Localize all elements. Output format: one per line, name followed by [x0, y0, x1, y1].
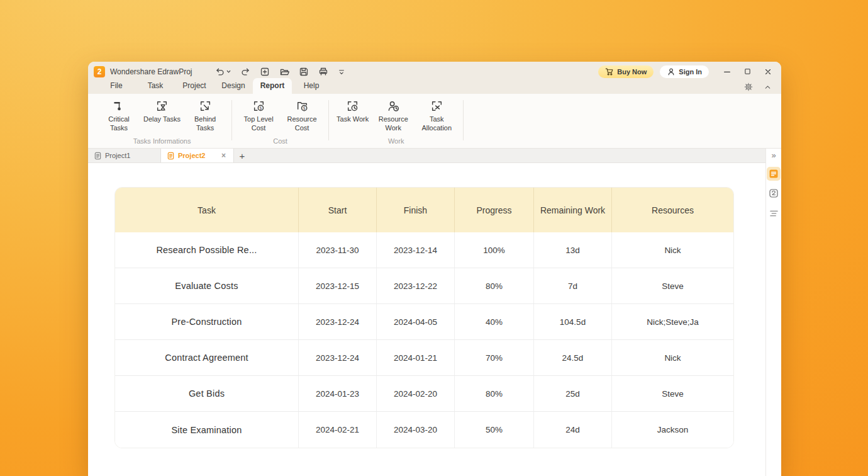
minimize-icon[interactable]	[723, 67, 732, 76]
behind-tasks-button[interactable]: Behind Tasks	[184, 98, 226, 134]
tab-project2[interactable]: Project2×	[161, 149, 234, 162]
table-row[interactable]: Evaluate Costs2023-12-152023-12-2280%7dS…	[115, 268, 733, 304]
column-header-finish: Finish	[377, 188, 455, 232]
report-panel-button[interactable]	[767, 167, 781, 181]
ribbon-button-label: Top Level Cost	[240, 115, 277, 133]
cell-resources: Steve	[612, 268, 733, 303]
column-header-remaining-work: Remaining Work	[534, 188, 612, 232]
outline-panel-button[interactable]	[769, 208, 779, 220]
report-table-body: Research Possible Re...2023-11-302023-12…	[115, 232, 733, 448]
table-row[interactable]: Site Examination2024-02-212024-03-2050%2…	[115, 412, 733, 448]
cell-finish: 2024-04-05	[377, 304, 455, 339]
undo-button[interactable]	[215, 67, 231, 77]
cell-resources: Jackson	[612, 412, 733, 448]
resource-work-button[interactable]: Resource Work	[372, 98, 414, 134]
table-row[interactable]: Get Bids2024-01-232024-02-2080%25dSteve	[115, 376, 733, 412]
open-folder-icon	[279, 67, 289, 77]
save-icon	[299, 67, 309, 77]
sign-in-button[interactable]: Sign In	[660, 65, 709, 78]
undo-icon	[215, 67, 225, 77]
format-panel-icon	[769, 188, 779, 198]
ribbon-button-label: Task Allocation	[418, 115, 455, 133]
format-panel-button[interactable]	[769, 188, 779, 201]
maximize-icon[interactable]	[743, 67, 752, 76]
ribbon-group-work: Task WorkResource WorkTask AllocationWor…	[330, 94, 462, 148]
cell-resources: Steve	[612, 376, 733, 411]
ribbon-group-separator	[328, 100, 329, 140]
new-document-icon	[260, 67, 270, 77]
task-allocation-button[interactable]: Task Allocation	[416, 98, 457, 134]
person-icon	[667, 67, 676, 76]
delay-tasks-button[interactable]: Delay Tasks	[142, 98, 182, 134]
cell-resources: Nick	[612, 340, 733, 375]
tab-label: Project1	[105, 152, 130, 159]
cell-resources: Nick	[612, 232, 733, 268]
tab-close-icon[interactable]: ×	[220, 151, 227, 160]
cart-icon	[605, 67, 614, 76]
collapse-ribbon-icon[interactable]	[764, 83, 772, 91]
menu-right-controls	[744, 82, 781, 94]
app-logo-icon: 2	[94, 66, 105, 77]
menu-design[interactable]: Design	[214, 78, 253, 94]
add-tab-button[interactable]: +	[234, 149, 250, 162]
document-tabs: Project1Project2×	[88, 149, 234, 162]
menu-items: FileTaskProjectDesignReportHelp	[97, 78, 331, 94]
desktop-background: 2 Wondershare EdrawProj	[0, 0, 868, 476]
ribbon-button-label: Resource Cost	[283, 115, 321, 133]
settings-gear-icon[interactable]	[744, 82, 753, 91]
table-row[interactable]: Contract Agreement2023-12-242024-01-2170…	[115, 340, 733, 376]
quick-access-toolbar	[215, 67, 345, 77]
collapse-panel-icon[interactable]: »	[771, 151, 776, 159]
table-row[interactable]: Pre-Construction2023-12-242024-04-0540%1…	[115, 304, 733, 340]
document-tab-strip: Project1Project2× +	[88, 149, 765, 163]
ribbon-button-label: Resource Work	[374, 115, 412, 133]
ribbon-button-label: Task Work	[337, 115, 369, 123]
report-panel-icon	[769, 169, 779, 179]
cell-finish: 2023-12-14	[377, 232, 455, 268]
cell-finish: 2024-02-20	[377, 376, 455, 411]
ribbon-button-label: Delay Tasks	[143, 115, 181, 123]
tab-project1[interactable]: Project1	[88, 149, 161, 162]
cell-progress: 80%	[455, 376, 534, 411]
critical-tasks-button[interactable]: Critical Tasks	[98, 98, 140, 134]
top-level-cost-button[interactable]: $Top Level Cost	[238, 98, 279, 134]
cell-finish: 2024-01-21	[377, 340, 455, 375]
task-work-icon	[346, 99, 359, 113]
redo-button[interactable]	[240, 67, 250, 77]
ribbon-button-label: Behind Tasks	[186, 115, 224, 133]
cell-remaining-work: 24.5d	[534, 340, 612, 375]
buy-now-button[interactable]: Buy Now	[598, 65, 654, 78]
table-row[interactable]: Research Possible Re...2023-11-302023-12…	[115, 232, 733, 268]
new-document-button[interactable]	[260, 67, 270, 77]
cell-resources: Nick;Steve;Ja	[612, 304, 733, 339]
menu-project[interactable]: Project	[175, 78, 214, 94]
menu-report[interactable]: Report	[253, 78, 292, 94]
print-button[interactable]	[318, 67, 328, 77]
menu-bar: FileTaskProjectDesignReportHelp	[88, 79, 781, 94]
close-icon[interactable]	[764, 67, 772, 76]
cell-progress: 50%	[455, 412, 534, 448]
cell-progress: 40%	[455, 304, 534, 339]
delay-tasks-icon	[155, 99, 169, 113]
menu-file[interactable]: File	[97, 78, 136, 94]
cell-start: 2024-01-23	[299, 376, 377, 411]
cell-task: Contract Agreement	[115, 340, 299, 375]
task-work-button[interactable]: Task Work	[335, 98, 370, 134]
menu-task[interactable]: Task	[136, 78, 175, 94]
resource-cost-button[interactable]: $Resource Cost	[281, 98, 323, 134]
save-button[interactable]	[299, 67, 309, 77]
cell-start: 2023-12-15	[299, 268, 377, 303]
cell-remaining-work: 13d	[534, 232, 612, 268]
menu-help[interactable]: Help	[292, 78, 331, 94]
task-allocation-icon	[430, 99, 443, 113]
ribbon-group-label: Cost	[273, 135, 287, 147]
more-commands-icon	[338, 68, 345, 76]
column-header-start: Start	[299, 188, 377, 232]
cell-finish: 2024-03-20	[377, 412, 455, 448]
cell-task: Research Possible Re...	[115, 232, 299, 268]
open-file-button[interactable]	[279, 67, 289, 77]
more-commands-button[interactable]	[338, 68, 345, 76]
title-bar: 2 Wondershare EdrawProj	[88, 62, 781, 79]
cell-start: 2023-11-30	[299, 232, 377, 268]
cell-finish: 2023-12-22	[377, 268, 455, 303]
